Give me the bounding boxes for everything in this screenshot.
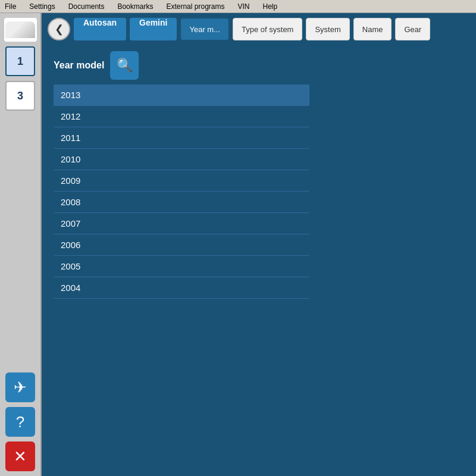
close-button[interactable]: ✕ — [5, 441, 35, 471]
year-item-2012[interactable]: 2012 — [54, 106, 309, 127]
question-icon: ? — [16, 413, 24, 431]
globe-button[interactable]: ✈ — [5, 372, 35, 402]
year-item-2010[interactable]: 2010 — [54, 149, 309, 170]
year-item-2011[interactable]: 2011 — [54, 127, 309, 149]
back-button[interactable]: ❮ — [48, 18, 70, 40]
content-panel: Year model 🔍 201320122011201020092008200… — [42, 45, 476, 476]
search-icon: 🔍 — [117, 58, 133, 73]
sidebar-item-1[interactable]: 1 — [5, 46, 35, 76]
logo-shape — [5, 21, 35, 38]
search-button[interactable]: 🔍 — [110, 51, 139, 80]
content-area: ❮ AutosanGeminiYear m...Type of systemSy… — [42, 13, 476, 476]
menu-item-help[interactable]: Help — [261, 1, 280, 12]
sidebar-item-3-label: 3 — [17, 90, 23, 102]
menu-bar: FileSettingsDocumentsBookmarksExternal p… — [0, 0, 476, 13]
tab-name[interactable]: Name — [353, 18, 392, 40]
year-list: 2013201220112010200920082007200620052004 — [54, 84, 309, 299]
tab-system[interactable]: System — [306, 18, 349, 40]
tab-type-of-system[interactable]: Type of system — [233, 18, 302, 40]
close-icon: ✕ — [14, 447, 27, 466]
sidebar-item-1-label: 1 — [17, 55, 23, 68]
menu-item-bookmarks[interactable]: Bookmarks — [115, 1, 155, 12]
search-row: Year model 🔍 — [54, 51, 464, 80]
menu-item-external-programs[interactable]: External programs — [164, 1, 227, 12]
year-item-2013[interactable]: 2013 — [54, 84, 309, 106]
globe-icon: ✈ — [14, 378, 27, 397]
tab-year-model[interactable]: Year m... — [180, 18, 229, 40]
menu-item-vin[interactable]: VIN — [235, 1, 252, 12]
back-icon: ❮ — [55, 23, 64, 36]
tab-gear[interactable]: Gear — [395, 18, 430, 40]
year-item-2007[interactable]: 2007 — [54, 213, 309, 234]
year-item-2008[interactable]: 2008 — [54, 192, 309, 213]
menu-item-file[interactable]: File — [2, 1, 18, 12]
tab-autosan[interactable]: Autosan — [74, 18, 126, 40]
toolbar: ❮ AutosanGeminiYear m...Type of systemSy… — [42, 13, 476, 45]
year-model-label: Year model — [54, 60, 104, 71]
logo — [4, 18, 37, 42]
year-item-2005[interactable]: 2005 — [54, 256, 309, 277]
year-item-2006[interactable]: 2006 — [54, 234, 309, 256]
sidebar: 1 3 ✈ ? ✕ — [0, 13, 42, 476]
help-button[interactable]: ? — [5, 407, 35, 437]
menu-item-settings[interactable]: Settings — [27, 1, 57, 12]
tab-gemini[interactable]: Gemini — [130, 18, 177, 40]
sidebar-item-3[interactable]: 3 — [5, 81, 35, 111]
main-container: 1 3 ✈ ? ✕ ❮ AutosanGeminiYear m...Type o… — [0, 13, 476, 476]
menu-item-documents[interactable]: Documents — [66, 1, 107, 12]
year-item-2009[interactable]: 2009 — [54, 170, 309, 192]
year-item-2004[interactable]: 2004 — [54, 277, 309, 299]
